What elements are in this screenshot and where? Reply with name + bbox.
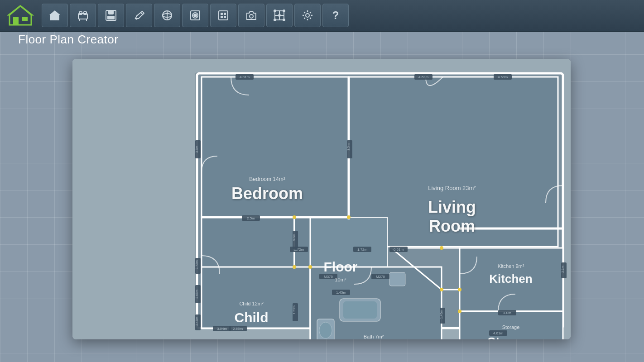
svg-text:1.45m: 1.45m <box>336 291 346 295</box>
svg-rect-23 <box>219 11 228 20</box>
svg-text:2.5m: 2.5m <box>247 216 255 220</box>
furniture-button[interactable] <box>70 4 96 27</box>
svg-point-32 <box>279 14 280 16</box>
svg-text:1.45m: 1.45m <box>440 310 443 319</box>
floorplan-svg: 4.01m 4.63m 4.63m 3.5m 2.65m 3.04m 2.98m… <box>72 59 571 339</box>
svg-text:1.23m: 1.23m <box>293 305 296 314</box>
svg-text:4.63m: 4.63m <box>498 75 508 79</box>
svg-text:Living: Living <box>428 198 476 216</box>
svg-text:Living Room 23m²: Living Room 23m² <box>428 185 476 191</box>
svg-text:Bedroom: Bedroom <box>231 184 303 203</box>
svg-point-22 <box>194 14 197 17</box>
svg-point-125 <box>440 288 443 291</box>
svg-rect-24 <box>221 13 223 15</box>
svg-rect-2 <box>22 17 28 21</box>
app-title-text: Floor Plan Creator <box>18 33 118 46</box>
svg-text:3.04m: 3.04m <box>217 327 227 331</box>
main-canvas: ? Floor Plan Creator <box>0 0 644 362</box>
svg-text:3.5m: 3.5m <box>195 146 198 153</box>
svg-rect-26 <box>221 16 223 18</box>
camera-button[interactable] <box>238 4 264 27</box>
svg-line-4 <box>20 6 31 15</box>
svg-text:1.72m: 1.72m <box>357 248 368 252</box>
svg-point-122 <box>293 265 296 269</box>
svg-text:4.63m: 4.63m <box>418 75 429 79</box>
3d-view-button[interactable] <box>154 4 180 27</box>
grid-button[interactable] <box>266 4 293 27</box>
svg-point-60 <box>319 322 332 338</box>
svg-text:1.72m: 1.72m <box>195 260 198 269</box>
svg-point-127 <box>347 215 351 219</box>
svg-point-33 <box>274 10 276 12</box>
svg-text:Kitchen: Kitchen <box>489 272 532 286</box>
svg-point-121 <box>293 215 296 219</box>
render-button[interactable] <box>182 4 208 27</box>
svg-text:Storage: Storage <box>487 335 534 339</box>
svg-marker-0 <box>9 6 32 25</box>
svg-text:2.65m: 2.65m <box>233 327 243 331</box>
app-logo <box>5 3 36 28</box>
svg-text:0.61m: 0.61m <box>394 248 404 252</box>
svg-point-35 <box>274 19 276 21</box>
svg-text:Bedroom 14m²: Bedroom 14m² <box>249 176 285 182</box>
svg-text:3.0m: 3.0m <box>503 311 511 315</box>
svg-rect-62 <box>343 301 377 319</box>
svg-point-36 <box>283 19 285 21</box>
svg-text:2.1m: 2.1m <box>561 266 564 273</box>
svg-text:4.01m: 4.01m <box>240 75 250 79</box>
svg-text:Room: Room <box>429 217 475 235</box>
svg-text:10m²: 10m² <box>335 277 346 282</box>
svg-text:M375: M375 <box>324 275 333 279</box>
svg-text:Kitchen 9m²: Kitchen 9m² <box>498 263 524 269</box>
svg-text:Bath 7m²: Bath 7m² <box>364 334 384 339</box>
svg-text:0.8m: 0.8m <box>293 234 296 241</box>
svg-text:2.65m: 2.65m <box>195 290 198 299</box>
settings-button[interactable] <box>294 4 321 27</box>
svg-text:2.45m: 2.45m <box>195 317 198 326</box>
svg-text:M270: M270 <box>376 275 385 279</box>
home-button[interactable] <box>42 4 68 27</box>
svg-line-15 <box>140 12 143 15</box>
svg-point-37 <box>306 14 309 17</box>
svg-text:Child: Child <box>235 310 269 325</box>
svg-rect-25 <box>224 13 226 15</box>
svg-text:Child 12m²: Child 12m² <box>239 301 264 306</box>
svg-rect-63 <box>389 272 405 286</box>
svg-point-124 <box>440 246 443 250</box>
svg-text:Storage: Storage <box>502 324 520 330</box>
floorplan-canvas[interactable]: 4.01m 4.63m 4.63m 3.5m 2.65m 3.04m 2.98m… <box>72 59 571 339</box>
svg-rect-14 <box>107 16 115 19</box>
svg-point-126 <box>458 288 461 291</box>
app-title: Floor Plan Creator <box>18 33 118 47</box>
svg-rect-13 <box>109 10 113 14</box>
svg-line-3 <box>10 6 20 15</box>
svg-rect-6 <box>53 17 57 20</box>
toolbar: ? <box>0 0 644 32</box>
edit-button[interactable] <box>126 4 152 27</box>
save-button[interactable] <box>98 4 124 27</box>
svg-point-128 <box>458 310 461 313</box>
svg-text:3.5m: 3.5m <box>347 143 350 151</box>
svg-rect-1 <box>13 17 19 25</box>
help-button[interactable]: ? <box>322 4 349 27</box>
export-button[interactable] <box>210 4 236 27</box>
svg-text:Floor: Floor <box>324 259 358 274</box>
svg-point-28 <box>250 14 253 18</box>
svg-point-123 <box>308 265 312 269</box>
svg-point-34 <box>283 10 285 12</box>
svg-rect-27 <box>224 16 226 18</box>
floorplan-area: 4.01m 4.63m 4.63m 3.5m 2.65m 3.04m 2.98m… <box>72 59 571 339</box>
